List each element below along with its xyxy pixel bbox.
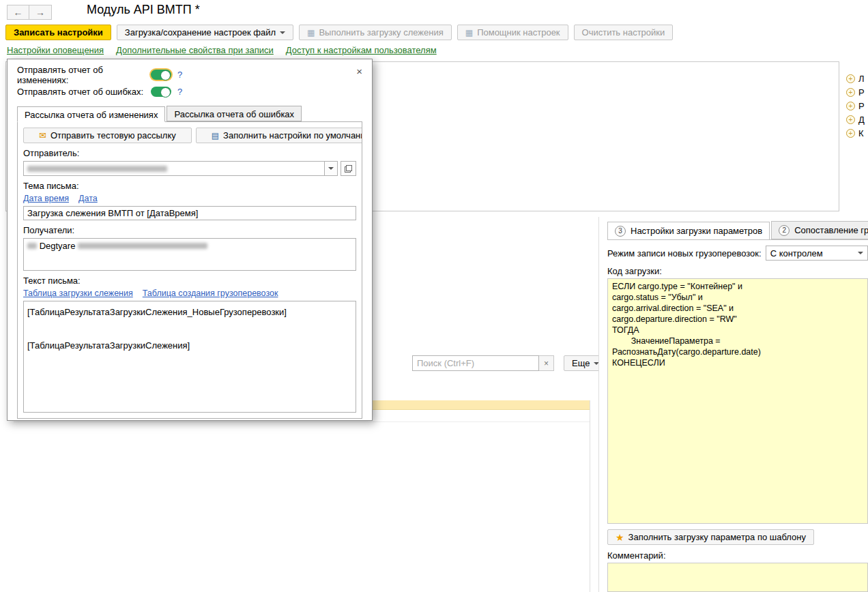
notification-settings-dialog: × Отправлять отчет об изменениях: ? Отпр… bbox=[7, 59, 373, 421]
clear-x-icon: × bbox=[544, 359, 549, 368]
recipients-label: Получатели: bbox=[23, 225, 356, 235]
insert-tracking-table-link[interactable]: Таблица загрузки слежения bbox=[23, 288, 133, 298]
chevron-down-icon bbox=[328, 167, 334, 170]
help-link[interactable]: ? bbox=[177, 87, 182, 97]
tab-number-badge: 2 bbox=[779, 225, 790, 236]
send-errors-report-row: Отправлять отчет об ошибках: ? bbox=[17, 83, 362, 100]
comment-label: Комментарий: bbox=[607, 550, 868, 561]
user-access-settings-link[interactable]: Доступ к настройкам пользователям bbox=[286, 45, 437, 55]
dialog-tabs: Рассылка отчета об изменениях Рассылка о… bbox=[17, 106, 362, 121]
subject-input[interactable] bbox=[23, 206, 356, 220]
tree-item[interactable]: + К bbox=[846, 128, 865, 138]
tree-item-label: Р bbox=[858, 101, 865, 111]
command-links: Настройки оповещения Дополнительные свой… bbox=[7, 45, 437, 55]
recipients-input[interactable]: Degtyare bbox=[23, 238, 356, 271]
settings-assistant-label: Помощник настроек bbox=[477, 27, 560, 38]
subject-label: Тема письма: bbox=[23, 181, 356, 191]
expand-plus-icon[interactable]: + bbox=[846, 129, 855, 138]
sender-field-row bbox=[23, 161, 356, 176]
tree-item-label: Р bbox=[858, 87, 865, 98]
forward-arrow-icon: → bbox=[35, 8, 45, 17]
parameter-settings-panel: 3 Настройки загрузки параметров 2 Сопост… bbox=[598, 217, 868, 592]
recipients-redacted-prefix bbox=[27, 243, 37, 249]
recipients-visible-text: Degtyare bbox=[40, 241, 76, 251]
right-tree: + Л + Р + Р + Д + К bbox=[846, 74, 865, 138]
toolbar: Записать настройки Загрузка/сохранение н… bbox=[5, 25, 673, 40]
run-tracking-load-label: Выполнить загрузку слежения bbox=[319, 27, 443, 38]
record-mode-row: Режим записи новых грузоперевозок: С кон… bbox=[607, 246, 868, 261]
recipients-redacted-suffix bbox=[78, 243, 207, 249]
tree-item-label: Л bbox=[858, 74, 865, 84]
fill-by-template-label: Заполнить загрузку параметра по шаблону bbox=[628, 532, 806, 542]
run-tracking-load-button[interactable]: ▦ Выполнить загрузку слежения bbox=[299, 25, 452, 40]
insert-cargo-table-link[interactable]: Таблица создания грузоперевозок bbox=[143, 288, 278, 298]
tab-number-badge: 3 bbox=[615, 226, 626, 237]
notification-settings-link[interactable]: Настройки оповещения bbox=[7, 45, 104, 55]
insert-date-link[interactable]: Дата bbox=[78, 194, 98, 203]
tab-errors-report[interactable]: Рассылка отчета об ошибках bbox=[167, 106, 302, 121]
more-menu-label: Еще bbox=[572, 358, 590, 368]
sender-value-redacted bbox=[27, 166, 167, 172]
save-settings-button[interactable]: Записать настройки bbox=[5, 25, 111, 40]
fill-default-settings-label: Заполнить настройки по умолчанию bbox=[223, 130, 362, 140]
page-title: Модуль API ВМТП * bbox=[87, 3, 200, 17]
comment-editor[interactable] bbox=[607, 563, 868, 592]
params-tabs: 3 Настройки загрузки параметров 2 Сопост… bbox=[607, 221, 868, 240]
changes-report-tab-panel: ✉ Отправить тестовую рассылку ▤ Заполнит… bbox=[17, 121, 362, 419]
sender-open-button[interactable] bbox=[341, 161, 356, 176]
back-button[interactable]: ← bbox=[7, 5, 29, 20]
body-label: Текст письма: bbox=[23, 276, 356, 286]
load-save-settings-menu-button[interactable]: Загрузка/сохранение настроек файл bbox=[117, 25, 293, 40]
tab-load-settings-label: Настройки загрузки параметров bbox=[631, 226, 762, 236]
expand-plus-icon[interactable]: + bbox=[846, 115, 855, 124]
sender-dropdown-button[interactable] bbox=[325, 161, 338, 176]
close-icon: × bbox=[356, 65, 362, 77]
tab-cargo-matching[interactable]: 2 Сопоставление грузопер bbox=[771, 221, 868, 239]
expand-plus-icon[interactable]: + bbox=[846, 74, 855, 83]
clear-settings-button[interactable]: Очистить настройки bbox=[574, 25, 674, 40]
send-errors-report-label: Отправлять отчет об ошибках: bbox=[17, 87, 151, 97]
send-errors-report-toggle[interactable] bbox=[151, 87, 171, 97]
subject-insert-links: Дата время Дата bbox=[23, 194, 356, 203]
search-clear-button[interactable]: × bbox=[539, 355, 554, 371]
tab-cargo-matching-label: Сопоставление грузопер bbox=[794, 225, 868, 235]
fill-by-template-button[interactable]: ★ Заполнить загрузку параметра по шаблон… bbox=[607, 529, 814, 545]
tree-item[interactable]: + Р bbox=[846, 101, 865, 110]
insert-datetime-link[interactable]: Дата время bbox=[23, 194, 69, 203]
load-code-editor[interactable]: ЕСЛИ cargo.type = "Контейнер" и cargo.st… bbox=[607, 278, 868, 524]
expand-plus-icon[interactable]: + bbox=[846, 88, 855, 97]
forward-button[interactable]: → bbox=[29, 5, 52, 20]
body-insert-links: Таблица загрузки слежения Таблица создан… bbox=[23, 288, 356, 298]
tab-load-settings[interactable]: 3 Настройки загрузки параметров bbox=[607, 222, 770, 240]
back-arrow-icon: ← bbox=[14, 8, 23, 17]
star-icon: ★ bbox=[616, 532, 624, 543]
load-code-label: Код загрузки: bbox=[607, 266, 868, 276]
help-link[interactable]: ? bbox=[177, 70, 182, 80]
search-row: × Еще bbox=[412, 355, 607, 371]
extra-properties-link[interactable]: Дополнительные свойства при записи bbox=[116, 45, 274, 55]
sender-input[interactable] bbox=[23, 161, 325, 176]
send-test-mailing-button[interactable]: ✉ Отправить тестовую рассылку bbox=[23, 128, 192, 143]
send-changes-report-toggle[interactable] bbox=[151, 70, 171, 80]
tab-changes-report[interactable]: Рассылка отчета об изменениях bbox=[17, 106, 165, 122]
tree-item[interactable]: + Р bbox=[846, 87, 865, 97]
sender-label: Отправитель: bbox=[23, 148, 356, 158]
send-test-mailing-label: Отправить тестовую рассылку bbox=[50, 130, 176, 140]
record-mode-select[interactable]: С контролем bbox=[766, 246, 868, 261]
dialog-buttons-row: ✉ Отправить тестовую рассылку ▤ Заполнит… bbox=[23, 128, 356, 143]
record-mode-label: Режим записи новых грузоперевозок: bbox=[607, 248, 762, 258]
fill-default-settings-button[interactable]: ▤ Заполнить настройки по умолчанию bbox=[196, 128, 362, 143]
search-input[interactable] bbox=[412, 355, 539, 371]
body-input[interactable]: [ТаблицаРезультатаЗагрузкиСлежения_Новые… bbox=[23, 301, 356, 413]
open-windows-icon bbox=[345, 165, 352, 173]
dialog-close-button[interactable]: × bbox=[353, 65, 365, 78]
tree-item[interactable]: + Л bbox=[846, 74, 865, 83]
load-save-settings-label: Загрузка/сохранение настроек файл bbox=[125, 27, 276, 38]
assistant-icon: ▦ bbox=[465, 29, 473, 37]
expand-plus-icon[interactable]: + bbox=[846, 102, 855, 110]
table-grid-icon: ▦ bbox=[307, 29, 315, 37]
tree-item[interactable]: + Д bbox=[846, 115, 865, 124]
settings-assistant-button[interactable]: ▦ Помощник настроек bbox=[457, 25, 568, 40]
chevron-down-icon bbox=[858, 252, 863, 254]
tree-item-label: Д bbox=[858, 115, 865, 125]
